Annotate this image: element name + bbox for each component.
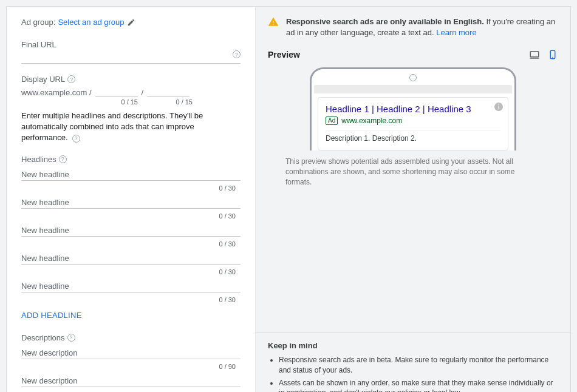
description-counter: 0 / 90: [21, 363, 241, 370]
ad-group-label: Ad group:: [21, 18, 55, 27]
warning-banner: Responsive search ads are only available…: [256, 7, 570, 46]
final-url-input[interactable]: ?: [21, 50, 241, 64]
warning-icon: [268, 16, 279, 27]
preview-title: Preview: [268, 50, 300, 59]
headline-input[interactable]: New headline: [21, 170, 241, 181]
ad-preview-card: i Headline 1 | Headline 2 | Headline 3 A…: [318, 97, 508, 150]
ad-group-row: Ad group: Select an ad group: [21, 18, 241, 27]
help-icon[interactable]: ?: [233, 50, 241, 58]
headline-counter: 0 / 30: [21, 212, 241, 220]
display-url-path2-input[interactable]: [147, 86, 189, 97]
mobile-icon[interactable]: [547, 49, 558, 60]
display-url-label: Display URL ?: [21, 75, 241, 84]
keep-bullet: Assets can be shown in any order, so mak…: [279, 378, 558, 392]
svg-rect-0: [530, 52, 539, 57]
ad-badge: Ad: [326, 117, 338, 125]
preview-note: This preview shows potential ads assembl…: [285, 157, 541, 187]
headline-input[interactable]: New headline: [21, 226, 241, 237]
add-headline-button[interactable]: ADD HEADLINE: [21, 311, 82, 320]
phone-speaker-icon: [409, 74, 417, 81]
headline-counter: 0 / 30: [21, 296, 241, 303]
edit-icon[interactable]: [127, 18, 135, 27]
descriptions-label: Descriptions ?: [21, 333, 241, 342]
headline-input[interactable]: New headline: [21, 254, 241, 265]
display-url-path1-input[interactable]: [95, 86, 138, 97]
instructions-text: Enter multiple headlines and description…: [21, 110, 241, 144]
slash: /: [142, 88, 144, 97]
headline-counter: 0 / 30: [21, 268, 241, 275]
ad-preview-url: www.example.com: [341, 117, 402, 125]
mobile-preview-frame: i Headline 1 | Headline 2 | Headline 3 A…: [310, 67, 516, 150]
final-url-label: Final URL: [21, 40, 241, 49]
keep-in-mind-title: Keep in mind: [268, 341, 558, 350]
headlines-label: Headlines ?: [21, 155, 241, 164]
headline-counter: 0 / 30: [21, 184, 241, 192]
help-icon[interactable]: ?: [67, 334, 75, 342]
headline-input[interactable]: New headline: [21, 282, 241, 292]
warning-bold: Responsive search ads are only available…: [286, 17, 484, 26]
select-ad-group-link[interactable]: Select an ad group: [58, 18, 124, 27]
ad-preview-headlines: Headline 1 | Headline 2 | Headline 3: [326, 104, 500, 114]
description-input[interactable]: New description: [21, 376, 241, 387]
display-url-domain: www.example.com /: [21, 88, 92, 97]
path1-counter: 0 / 15: [95, 98, 138, 106]
headline-input[interactable]: New headline: [21, 198, 241, 209]
path2-counter: 0 / 15: [150, 98, 193, 106]
help-icon[interactable]: ?: [72, 135, 80, 143]
keep-bullet: Responsive search ads are in beta. Make …: [279, 355, 558, 376]
help-icon[interactable]: ?: [67, 75, 75, 83]
info-icon[interactable]: i: [494, 103, 503, 111]
keep-in-mind-box: Keep in mind Responsive search ads are i…: [256, 332, 570, 392]
headline-counter: 0 / 30: [21, 240, 241, 248]
ad-preview-description: Description 1. Description 2.: [326, 134, 500, 143]
help-icon[interactable]: ?: [59, 155, 67, 163]
learn-more-link[interactable]: Learn more: [436, 28, 476, 37]
desktop-icon[interactable]: [529, 49, 540, 60]
description-input[interactable]: New description: [21, 348, 241, 359]
